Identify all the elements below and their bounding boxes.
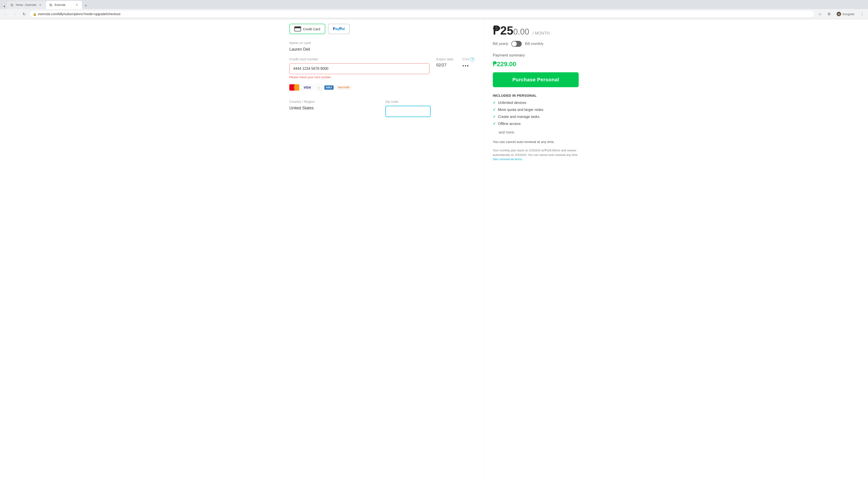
price-value: ₱25: [493, 24, 513, 37]
card-error-msg: Please check your card number.: [289, 75, 430, 79]
cvv-label: CVV ?: [463, 57, 474, 61]
tab1-title: Home - Evernote: [16, 3, 36, 6]
cvv-help-icon[interactable]: ?: [470, 57, 474, 61]
visa-icon: VISA: [302, 85, 313, 90]
paypal-logo: PayPal: [333, 27, 345, 31]
country-value: United States: [289, 106, 379, 110]
summary-amount: ₱229.00: [493, 60, 579, 68]
zip-input[interactable]: [385, 106, 431, 117]
expire-date-label: Expire date: [436, 57, 454, 61]
refresh-button[interactable]: ↻: [20, 10, 28, 18]
tab2-icon: 🐘: [49, 3, 53, 7]
cvv-group: CVV ? •••: [463, 57, 474, 68]
payment-panel: Credit Card PayPal Name on card Lauren D…: [280, 19, 484, 478]
incognito-icon: 🕵: [837, 12, 841, 16]
amex-icon: AMEX: [324, 86, 334, 90]
mastercard-icon: [289, 84, 299, 91]
paypal-tab[interactable]: PayPal: [328, 24, 350, 34]
forward-button[interactable]: →: [11, 10, 19, 18]
url-input[interactable]: [38, 12, 811, 16]
check-icon-4: ✓: [493, 122, 496, 126]
browser-chrome: ▾ 🐘 Home - Evernote ✕ 🐘 Evernote ✕ + ← →…: [0, 0, 868, 19]
diners-icon: ◎: [315, 84, 322, 91]
new-tab-button[interactable]: +: [83, 2, 89, 9]
per-month-label: / MONTH: [532, 31, 550, 35]
discover-icon: DISCOVER: [336, 86, 352, 90]
feature-label-3: Create and manage tasks: [498, 115, 539, 119]
tab-chevron[interactable]: ▾: [2, 4, 6, 9]
name-on-card-section: Name on card Lauren Deli: [289, 41, 474, 52]
price-cents: 0.00: [513, 27, 529, 36]
tab2-title: Evernote: [55, 3, 73, 6]
tabs-bar: ▾ 🐘 Home - Evernote ✕ 🐘 Evernote ✕ +: [0, 0, 868, 9]
renewal-notice: Your monthly plan starts on 2/3/2024 at …: [493, 148, 579, 162]
summary-panel: ₱250.00 / MONTH Bill yearly Bill monthly…: [484, 19, 588, 478]
cvv-value: •••: [463, 63, 474, 68]
payment-summary-section: Payment summary ₱229.00: [493, 53, 579, 68]
commercial-terms-link[interactable]: See commercial terms.: [493, 158, 523, 161]
tab1-icon: 🐘: [10, 3, 14, 7]
payment-summary-title: Payment summary: [493, 53, 579, 58]
tab-evernote[interactable]: 🐘 Evernote ✕: [46, 1, 82, 9]
tab2-close-button[interactable]: ✕: [75, 3, 79, 7]
more-menu-button[interactable]: ⋮: [859, 10, 866, 18]
feature-label-1: Unlimited devices: [498, 101, 526, 105]
credit-card-tab[interactable]: Credit Card: [289, 24, 325, 34]
country-label: Country / Region: [289, 100, 379, 103]
credit-card-label: Credit Card: [303, 27, 320, 31]
star-button[interactable]: ☆: [816, 10, 824, 18]
and-more-text: and more.: [499, 130, 579, 134]
card-brand-icons: VISA ◎ AMEX DISCOVER: [289, 84, 474, 91]
name-on-card-value: Lauren Deli: [289, 47, 474, 52]
check-icon-2: ✓: [493, 107, 496, 112]
billing-section: Country / Region United States Zip code: [289, 100, 474, 117]
cancel-notice: You can cancel auto-renewal at any time.: [493, 140, 579, 144]
address-bar-row: ← → ↻ 🔒 ☆ ⧉ 🕵 Incognito ⋮: [0, 9, 868, 19]
expire-cvv-group: Expire date 02/27 CVV ? •••: [436, 57, 474, 79]
zip-group: Zip code: [385, 100, 475, 117]
expire-date-group: Expire date 02/27: [436, 57, 454, 68]
purchase-personal-button[interactable]: Purchase Personal: [493, 72, 579, 87]
zip-label: Zip code: [385, 100, 475, 103]
expire-date-value: 02/27: [436, 63, 454, 68]
feature-unlimited-devices: ✓ Unlimited devices: [493, 101, 579, 105]
page-content: Credit Card PayPal Name on card Lauren D…: [276, 19, 592, 478]
tab-home-evernote[interactable]: 🐘 Home - Evernote ✕: [7, 1, 45, 9]
card-number-input[interactable]: [289, 63, 430, 74]
card-details-row: Credit card number Please check your car…: [289, 57, 474, 79]
included-title: INCLUDED IN PERSONAL: [493, 94, 579, 97]
address-bar[interactable]: 🔒: [29, 10, 814, 18]
renewal-text: Your monthly plan starts on 2/3/2024 at …: [493, 149, 578, 157]
feature-label-4: Offline access: [498, 122, 521, 126]
bill-monthly-label: Bill monthly: [525, 42, 544, 46]
feature-offline: ✓ Offline access: [493, 122, 579, 126]
incognito-label: Incognito: [842, 12, 855, 16]
bill-yearly-label: Bill yearly: [493, 42, 508, 46]
credit-card-icon: [294, 26, 301, 31]
name-on-card-label: Name on card: [289, 41, 474, 45]
lock-icon: 🔒: [33, 12, 37, 16]
feature-more-quota: ✓ More quota and larger notes: [493, 107, 579, 112]
toggle-knob: [512, 41, 517, 46]
feature-list: ✓ Unlimited devices ✓ More quota and lar…: [493, 101, 579, 126]
billing-toggle: Bill yearly Bill monthly: [493, 41, 579, 47]
back-button[interactable]: ←: [2, 10, 9, 18]
check-icon-1: ✓: [493, 101, 496, 105]
check-icon-3: ✓: [493, 115, 496, 119]
price-display: ₱250.00 / MONTH: [493, 24, 579, 37]
feature-tasks: ✓ Create and manage tasks: [493, 115, 579, 119]
tab1-close-button[interactable]: ✕: [38, 3, 42, 7]
country-group: Country / Region United States: [289, 100, 379, 117]
card-number-group: Credit card number Please check your car…: [289, 57, 430, 79]
payment-methods: Credit Card PayPal: [289, 24, 474, 34]
split-view-button[interactable]: ⧉: [825, 10, 833, 18]
expire-cvv-row: Expire date 02/27 CVV ? •••: [436, 57, 474, 68]
incognito-button[interactable]: 🕵 Incognito: [834, 11, 857, 17]
country-zip-row: Country / Region United States Zip code: [289, 100, 474, 117]
card-number-label: Credit card number: [289, 57, 430, 61]
feature-label-2: More quota and larger notes: [498, 108, 544, 112]
billing-toggle-switch[interactable]: [511, 41, 522, 47]
